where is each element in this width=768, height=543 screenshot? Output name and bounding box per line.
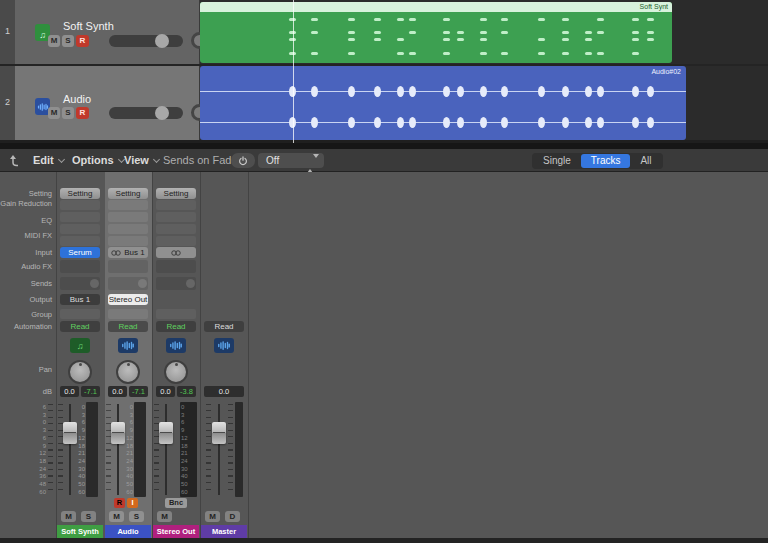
audio-fx-slot[interactable] xyxy=(156,260,196,273)
send-slot[interactable] xyxy=(108,277,148,290)
strip-name-plate[interactable]: Audio xyxy=(105,525,151,538)
mute-button[interactable]: M xyxy=(205,511,220,522)
row-label-setting: Setting xyxy=(0,189,52,198)
gain-reduction-slot xyxy=(156,200,196,210)
row-label-output: Output xyxy=(0,295,52,304)
channel-strip-soft-synth: Setting Serum Bus 1 Read 0.0 -7.1 036912… xyxy=(57,172,103,538)
volume-db-display[interactable]: -3.8 xyxy=(177,386,196,397)
audio-fx-slot[interactable] xyxy=(60,260,100,273)
eq-slot[interactable] xyxy=(60,212,100,222)
menu-options[interactable]: Options xyxy=(72,154,124,166)
record-enable-button[interactable]: R xyxy=(76,107,89,119)
volume-db-display[interactable]: -7.1 xyxy=(129,386,148,397)
fader-cap[interactable] xyxy=(212,422,226,444)
segment-single[interactable]: Single xyxy=(533,154,581,168)
segment-tracks[interactable]: Tracks xyxy=(581,154,631,168)
input-button[interactable]: Bus 1 xyxy=(108,247,148,258)
volume-db-display[interactable]: -7.1 xyxy=(81,386,100,397)
output-button[interactable]: Bus 1 xyxy=(60,294,100,305)
plugin-slot[interactable] xyxy=(60,236,100,246)
track-volume-slider[interactable] xyxy=(109,107,183,119)
pan-knob[interactable] xyxy=(164,360,188,384)
input-button[interactable]: Serum xyxy=(60,247,100,258)
strip-name-plate[interactable]: Soft Synth xyxy=(57,525,103,538)
automation-button[interactable]: Read xyxy=(108,321,148,332)
segment-all[interactable]: All xyxy=(630,154,661,168)
track-name[interactable]: Soft Synth xyxy=(63,20,114,32)
automation-button[interactable]: Read xyxy=(60,321,100,332)
automation-button[interactable]: Read xyxy=(204,321,244,332)
automation-button[interactable]: Read xyxy=(156,321,196,332)
group-slot[interactable] xyxy=(108,309,148,319)
chevron-down-icon xyxy=(153,156,160,163)
setting-button[interactable]: Setting xyxy=(156,188,196,199)
mute-button[interactable]: M xyxy=(109,511,124,522)
strip-name-plate[interactable]: Master xyxy=(201,525,247,538)
row-label-automation: Automation xyxy=(0,322,52,331)
pan-knob[interactable] xyxy=(116,360,140,384)
peak-level-display: 0.0 xyxy=(60,386,79,397)
mute-button[interactable]: M xyxy=(48,107,60,119)
group-slot[interactable] xyxy=(156,309,196,319)
mute-button[interactable]: M xyxy=(157,511,172,522)
bounce-button[interactable]: Bnc xyxy=(165,498,187,508)
plugin-slot[interactable] xyxy=(156,236,196,246)
mute-button[interactable]: M xyxy=(48,35,60,47)
midi-region-soft-synth[interactable]: Soft Synt xyxy=(200,2,672,63)
record-enable-button[interactable]: R xyxy=(114,498,125,508)
volume-db-display[interactable]: 0.0 xyxy=(204,386,244,397)
track-volume-slider[interactable] xyxy=(109,35,183,47)
output-button[interactable]: Stereo Out xyxy=(108,294,148,305)
track-number: 2 xyxy=(0,97,15,107)
input-monitor-button[interactable]: I xyxy=(127,498,138,508)
go-to-parent-icon[interactable] xyxy=(9,154,21,167)
mixer-bottom-edge xyxy=(0,538,768,543)
menu-view[interactable]: View xyxy=(124,154,159,166)
volume-fader[interactable] xyxy=(111,402,125,497)
fader-section: 03691218212430405060 xyxy=(153,402,199,497)
pan-knob[interactable] xyxy=(68,360,92,384)
solo-button[interactable]: S xyxy=(62,107,74,119)
track-name[interactable]: Audio xyxy=(63,93,91,105)
slider-thumb[interactable] xyxy=(155,34,169,48)
track-header-audio[interactable]: Audio M S R xyxy=(15,66,200,140)
stepper-icon xyxy=(307,156,319,171)
plugin-slot[interactable] xyxy=(108,236,148,246)
sends-mode-dropdown[interactable]: Off xyxy=(258,153,324,168)
send-slot[interactable] xyxy=(156,277,196,290)
setting-button[interactable]: Setting xyxy=(108,188,148,199)
fader-cap[interactable] xyxy=(159,422,173,444)
strip-name-plate[interactable]: Stereo Out xyxy=(153,525,199,538)
menu-edit[interactable]: Edit xyxy=(33,154,64,166)
power-button[interactable] xyxy=(231,153,255,168)
eq-slot[interactable] xyxy=(156,212,196,222)
audio-region[interactable]: Audio#02 xyxy=(200,66,686,140)
volume-fader[interactable] xyxy=(212,402,226,497)
region-header: Soft Synt xyxy=(200,2,672,12)
fader-cap[interactable] xyxy=(111,422,125,444)
solo-button[interactable]: S xyxy=(129,511,144,522)
volume-fader[interactable] xyxy=(159,402,173,497)
track-header-soft-synth[interactable]: Soft Synth M S R xyxy=(15,0,200,64)
slider-thumb[interactable] xyxy=(155,106,169,120)
midi-fx-slot[interactable] xyxy=(156,224,196,234)
record-enable-button[interactable]: R xyxy=(76,35,89,47)
midi-fx-slot[interactable] xyxy=(108,224,148,234)
channel-strip-audio: Setting Bus 1 Stereo Out Read 0.0 -7.1 xyxy=(105,172,151,538)
dim-button[interactable]: D xyxy=(225,511,240,522)
volume-fader[interactable] xyxy=(63,402,77,497)
send-slot[interactable] xyxy=(60,277,100,290)
midi-fx-slot[interactable] xyxy=(60,224,100,234)
input-button[interactable] xyxy=(156,247,196,258)
mixer-toolbar: Edit Options View Sends on Faders: Off S… xyxy=(0,149,768,172)
mute-button[interactable]: M xyxy=(61,511,76,522)
waveform-left-channel xyxy=(200,91,686,92)
playhead[interactable] xyxy=(293,0,294,143)
fader-cap[interactable] xyxy=(63,422,77,444)
group-slot[interactable] xyxy=(60,309,100,319)
setting-button[interactable]: Setting xyxy=(60,188,100,199)
audio-fx-slot[interactable] xyxy=(108,260,148,273)
solo-button[interactable]: S xyxy=(62,35,74,47)
solo-button[interactable]: S xyxy=(81,511,96,522)
eq-slot[interactable] xyxy=(108,212,148,222)
